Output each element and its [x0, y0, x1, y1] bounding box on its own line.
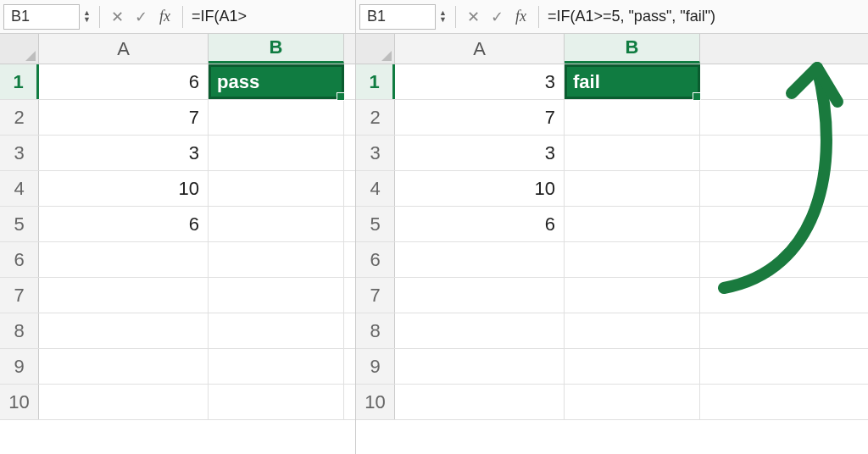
cell-A8[interactable]: [39, 313, 209, 348]
cell-A2[interactable]: 7: [39, 100, 209, 135]
cell-B9[interactable]: [209, 349, 344, 384]
row-header[interactable]: 6: [0, 242, 39, 277]
formula-bar: B1 ▲ ▼ ✕ ✓ fx =IF(A1>=5, "pass", "fail"): [356, 0, 868, 34]
confirm-icon[interactable]: ✓: [488, 8, 507, 26]
cell-A4[interactable]: 10: [39, 171, 209, 206]
fx-icon[interactable]: fx: [515, 8, 526, 25]
cell-A7[interactable]: [39, 278, 209, 313]
grid-row: 2 7: [356, 100, 868, 136]
cell-B7[interactable]: [209, 278, 344, 313]
cell-B10[interactable]: [565, 385, 700, 419]
name-box-spinner[interactable]: ▲ ▼: [83, 10, 91, 23]
column-header-B[interactable]: B: [565, 34, 700, 64]
cell-B5[interactable]: [209, 207, 344, 241]
grid-row: 6: [356, 242, 868, 278]
column-header-B[interactable]: B: [209, 34, 344, 64]
name-box[interactable]: B1: [3, 4, 80, 30]
grid-row: 9: [356, 349, 868, 385]
cell-B6[interactable]: [565, 242, 700, 277]
cell-B6[interactable]: [209, 242, 344, 277]
cell-A10[interactable]: [395, 385, 565, 419]
row-header[interactable]: 1: [356, 64, 395, 99]
cell-B10[interactable]: [209, 385, 344, 419]
grid-row: 10: [0, 385, 355, 420]
name-box[interactable]: B1: [359, 4, 436, 30]
select-all-corner[interactable]: [356, 34, 395, 64]
row-header[interactable]: 9: [0, 349, 39, 384]
row-header[interactable]: 3: [0, 136, 39, 170]
column-header-A[interactable]: A: [395, 34, 565, 64]
cell-B7[interactable]: [565, 278, 700, 313]
grid-row: 4 10: [356, 171, 868, 207]
cell-A10[interactable]: [39, 385, 209, 419]
column-header-A[interactable]: A: [39, 34, 209, 64]
spreadsheet-grid: A B 1 6 pass 2 7 3 3 4 10: [0, 34, 355, 454]
cell-A2[interactable]: 7: [395, 100, 565, 135]
cell-B4[interactable]: [565, 171, 700, 206]
cell-A9[interactable]: [395, 349, 565, 384]
cancel-icon[interactable]: ✕: [108, 8, 127, 26]
column-header-row: A B: [0, 34, 355, 64]
cell-A4[interactable]: 10: [395, 171, 565, 206]
cell-A1[interactable]: 6: [39, 64, 209, 99]
side-by-side-panes: B1 ▲ ▼ ✕ ✓ fx =IF(A1> A B 1 6 pass: [0, 0, 868, 454]
row-header[interactable]: 4: [0, 171, 39, 206]
cell-B9[interactable]: [565, 349, 700, 384]
cell-B8[interactable]: [209, 313, 344, 348]
cell-A7[interactable]: [395, 278, 565, 313]
cell-B1[interactable]: fail: [565, 64, 700, 99]
row-header[interactable]: 9: [356, 349, 395, 384]
cell-B3[interactable]: [565, 136, 700, 170]
row-header[interactable]: 5: [356, 207, 395, 241]
cell-A8[interactable]: [395, 313, 565, 348]
row-header[interactable]: 10: [356, 385, 395, 419]
cell-A1[interactable]: 3: [395, 64, 565, 99]
row-header[interactable]: 8: [356, 313, 395, 348]
row-header[interactable]: 3: [356, 136, 395, 170]
cell-A5[interactable]: 6: [39, 207, 209, 241]
formula-input[interactable]: =IF(A1>: [192, 8, 352, 25]
grid-row: 5 6: [0, 207, 355, 242]
cell-B1[interactable]: pass: [209, 64, 344, 99]
row-header[interactable]: 2: [0, 100, 39, 135]
grid-row: 1 3 fail: [356, 64, 868, 100]
grid-row: 8: [0, 313, 355, 349]
cell-B2[interactable]: [565, 100, 700, 135]
row-header[interactable]: 4: [356, 171, 395, 206]
row-header[interactable]: 7: [0, 278, 39, 313]
cell-A6[interactable]: [395, 242, 565, 277]
fx-icon[interactable]: fx: [159, 8, 170, 25]
name-box-spinner[interactable]: ▲ ▼: [439, 10, 447, 23]
grid-row: 1 6 pass: [0, 64, 355, 100]
cell-B2[interactable]: [209, 100, 344, 135]
cell-B8[interactable]: [565, 313, 700, 348]
row-header[interactable]: 2: [356, 100, 395, 135]
column-header-row: A B: [356, 34, 868, 64]
spinner-down-icon[interactable]: ▼: [439, 17, 447, 23]
cell-B3[interactable]: [209, 136, 344, 170]
formula-input[interactable]: =IF(A1>=5, "pass", "fail"): [548, 8, 865, 25]
cell-A3[interactable]: 3: [395, 136, 565, 170]
divider: [455, 6, 456, 28]
cell-B5[interactable]: [565, 207, 700, 241]
divider: [538, 6, 539, 28]
row-header[interactable]: 5: [0, 207, 39, 241]
grid-row: 8: [356, 313, 868, 349]
row-header[interactable]: 7: [356, 278, 395, 313]
cancel-icon[interactable]: ✕: [465, 8, 483, 26]
cell-A6[interactable]: [39, 242, 209, 277]
row-header[interactable]: 8: [0, 313, 39, 348]
cell-B4[interactable]: [209, 171, 344, 206]
row-header[interactable]: 10: [0, 385, 39, 419]
cell-A3[interactable]: 3: [39, 136, 209, 170]
cell-A5[interactable]: 6: [395, 207, 565, 241]
cell-A9[interactable]: [39, 349, 209, 384]
grid-row: 7: [356, 278, 868, 313]
row-header[interactable]: 1: [0, 64, 39, 99]
row-header[interactable]: 6: [356, 242, 395, 277]
confirm-icon[interactable]: ✓: [132, 8, 151, 26]
spreadsheet-pane-right: B1 ▲ ▼ ✕ ✓ fx =IF(A1>=5, "pass", "fail")…: [356, 0, 868, 454]
select-all-corner[interactable]: [0, 34, 39, 64]
spinner-down-icon[interactable]: ▼: [83, 17, 91, 23]
grid-row: 4 10: [0, 171, 355, 207]
